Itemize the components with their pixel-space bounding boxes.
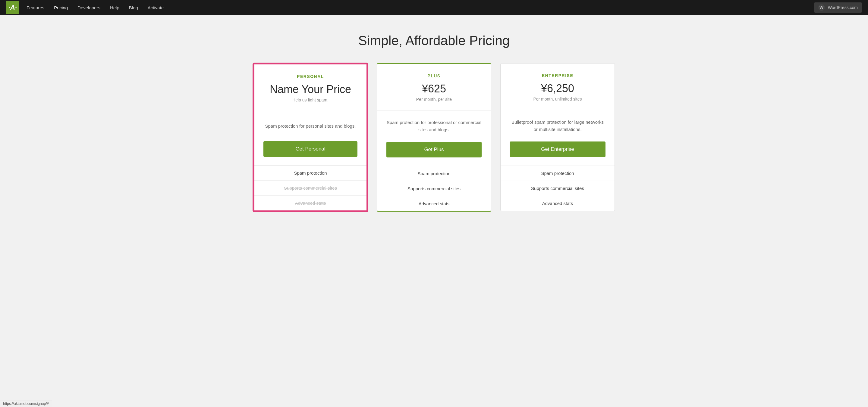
plan-card-personal: PERSONALName Your PriceHelp us fight spa…: [253, 63, 368, 212]
nav-link-help[interactable]: Help: [110, 5, 119, 10]
wordpress-button[interactable]: W WordPress.com: [814, 2, 862, 13]
feature-spam-protection-plus: Spam protection: [377, 166, 491, 181]
nav-links: FeaturesPricingDevelopersHelpBlogActivat…: [27, 5, 814, 10]
card-features-plus: Spam protectionSupports commercial sites…: [377, 166, 491, 211]
page-title: Simple, Affordable Pricing: [229, 33, 639, 48]
plan-price-plus: ¥625: [386, 82, 482, 95]
get-plus-button[interactable]: Get Plus: [386, 142, 482, 158]
nav-link-features[interactable]: Features: [27, 5, 44, 10]
plan-period-plus: Per month, per site: [386, 97, 482, 102]
wp-label: WordPress.com: [828, 5, 858, 10]
card-cta-enterprise: Get Enterprise: [501, 141, 615, 166]
plan-name-personal: PERSONAL: [264, 74, 358, 79]
card-features-personal: Spam protectionSupports commercial sites…: [254, 165, 367, 210]
card-cta-personal: Get Personal: [254, 141, 367, 165]
card-cta-plus: Get Plus: [377, 142, 491, 166]
get-personal-button[interactable]: Get Personal: [264, 141, 358, 157]
plan-card-plus: PLUS¥625Per month, per siteSpam protecti…: [377, 63, 491, 212]
plan-card-enterprise: ENTERPRISE¥6,250Per month, unlimited sit…: [500, 63, 615, 211]
plan-description-enterprise: Bulletproof spam protection for large ne…: [501, 110, 615, 141]
plan-price-enterprise: ¥6,250: [510, 82, 606, 95]
feature-advanced-stats-personal: Advanced stats: [254, 196, 367, 210]
main-content: Simple, Affordable Pricing PERSONALName …: [217, 15, 651, 224]
feature-supports-commercial-sites-personal: Supports commercial sites: [254, 181, 367, 196]
plan-name-plus: PLUS: [386, 73, 482, 78]
feature-advanced-stats-enterprise: Advanced stats: [501, 196, 615, 211]
card-header-personal: PERSONALName Your PriceHelp us fight spa…: [254, 64, 367, 111]
wp-icon: W: [818, 4, 825, 11]
feature-supports-commercial-sites-plus: Supports commercial sites: [377, 181, 491, 196]
nav-link-developers[interactable]: Developers: [78, 5, 100, 10]
feature-supports-commercial-sites-enterprise: Supports commercial sites: [501, 181, 615, 196]
nav-link-blog[interactable]: Blog: [129, 5, 138, 10]
plan-period-enterprise: Per month, unlimited sites: [510, 97, 606, 101]
plan-name-enterprise: ENTERPRISE: [510, 73, 606, 78]
plan-period-personal: Help us fight spam.: [264, 98, 358, 102]
navigation: ·A· FeaturesPricingDevelopersHelpBlogAct…: [0, 0, 868, 15]
feature-spam-protection-personal: Spam protection: [254, 166, 367, 181]
card-features-enterprise: Spam protectionSupports commercial sites…: [501, 166, 615, 211]
nav-link-activate[interactable]: Activate: [148, 5, 164, 10]
feature-spam-protection-enterprise: Spam protection: [501, 166, 615, 181]
card-header-enterprise: ENTERPRISE¥6,250Per month, unlimited sit…: [501, 64, 615, 110]
pricing-cards: PERSONALName Your PriceHelp us fight spa…: [229, 63, 639, 212]
plan-description-personal: Spam protection for personal sites and b…: [254, 111, 367, 141]
plan-description-plus: Spam protection for professional or comm…: [377, 110, 491, 142]
card-header-plus: PLUS¥625Per month, per site: [377, 64, 491, 110]
nav-link-pricing[interactable]: Pricing: [54, 5, 68, 10]
feature-advanced-stats-plus: Advanced stats: [377, 196, 491, 211]
site-logo[interactable]: ·A·: [6, 1, 19, 14]
logo-text: ·A·: [8, 4, 17, 11]
get-enterprise-button[interactable]: Get Enterprise: [510, 141, 606, 157]
plan-price-personal: Name Your Price: [264, 83, 358, 96]
